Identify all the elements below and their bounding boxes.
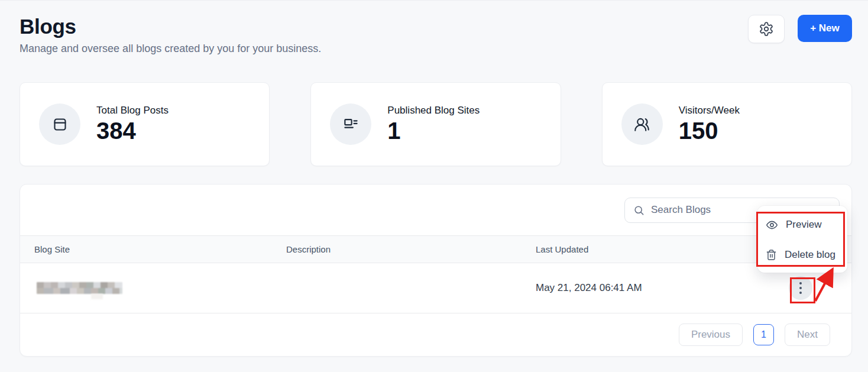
visitors-icon <box>621 103 663 145</box>
stat-value: 384 <box>96 117 169 144</box>
next-page-button[interactable]: Next <box>785 324 830 346</box>
menu-item-label: Preview <box>786 219 821 231</box>
pagination: Previous 1 Next <box>20 313 851 355</box>
gear-icon <box>759 21 774 37</box>
menu-item-delete-blog[interactable]: Delete blog <box>757 244 847 266</box>
eye-icon <box>766 219 778 231</box>
trash-icon <box>766 249 777 261</box>
new-blog-button[interactable]: + New <box>798 15 852 42</box>
stat-value: 1 <box>387 117 480 144</box>
row-last-updated: May 21, 2024 06:41 AM <box>536 282 751 294</box>
table-row[interactable]: May 21, 2024 06:41 AM <box>20 263 851 313</box>
column-header-description: Description <box>286 244 536 254</box>
kebab-dot <box>799 287 802 289</box>
stat-value: 150 <box>679 117 740 144</box>
published-sites-icon <box>330 103 371 145</box>
row-context-menu: Preview Delete blog <box>757 206 847 273</box>
blog-posts-icon <box>39 103 80 145</box>
column-header-last-updated: Last Updated <box>536 244 751 254</box>
row-actions-kebab-button[interactable] <box>789 276 812 300</box>
kebab-dot <box>799 292 802 294</box>
blog-site-redacted-name <box>37 282 122 294</box>
title-block: Blogs Manage and oversee all blogs creat… <box>20 15 321 55</box>
page-subtitle: Manage and oversee all blogs created by … <box>20 43 321 55</box>
blogs-table-panel: Blog Site Description Last Updated May 2… <box>20 184 852 357</box>
stats-cards: Total Blog Posts 384 Published Blog Site… <box>20 82 852 166</box>
stat-card-visitors: Visitors/Week 150 <box>602 82 852 166</box>
column-header-blog-site: Blog Site <box>20 244 286 254</box>
stat-card-total-posts: Total Blog Posts 384 <box>20 82 270 166</box>
stat-label: Visitors/Week <box>679 105 740 117</box>
page-number-button[interactable]: 1 <box>753 324 774 345</box>
page-title: Blogs <box>20 15 321 38</box>
menu-item-label: Delete blog <box>785 249 835 261</box>
stat-label: Total Blog Posts <box>96 105 169 117</box>
settings-button[interactable] <box>748 15 785 43</box>
menu-item-preview[interactable]: Preview <box>757 214 847 235</box>
kebab-dot <box>799 282 802 284</box>
header-actions: + New <box>748 15 852 43</box>
previous-page-button[interactable]: Previous <box>679 324 743 346</box>
table-header-row: Blog Site Description Last Updated <box>20 235 851 263</box>
search-icon <box>633 205 644 216</box>
stat-label: Published Blog Sites <box>387 105 480 117</box>
stat-card-published-sites: Published Blog Sites 1 <box>310 82 561 166</box>
page-header: Blogs Manage and oversee all blogs creat… <box>0 1 868 55</box>
